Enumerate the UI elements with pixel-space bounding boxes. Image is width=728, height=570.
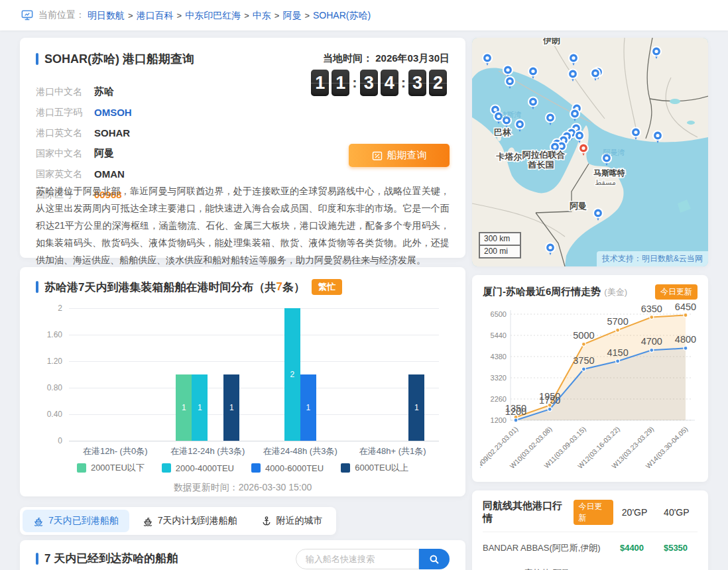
y-tick-label: 0.80 — [36, 383, 62, 392]
bar-value-label: 1 — [182, 403, 186, 412]
breadcrumb-link[interactable]: 港口百科 — [137, 10, 174, 21]
data-point[interactable] — [616, 359, 620, 363]
map-label: 马斯喀特 — [593, 168, 625, 178]
data-point[interactable] — [684, 314, 688, 317]
tab-planned-ships[interactable]: 7天内计划到港船舶 — [132, 510, 248, 532]
gridline — [69, 414, 439, 415]
gridline — [69, 388, 439, 388]
clock-digit: 3 — [360, 70, 378, 96]
busy-badge: 繁忙 — [312, 279, 342, 295]
field-value: SOHAR — [94, 127, 130, 139]
bar-value-label: 2 — [290, 370, 294, 379]
trend-title: 厦门-苏哈最近6周行情走势 — [483, 286, 601, 298]
x-category-label: 在港12h- (共0条) — [69, 445, 162, 457]
legend-label: 2000TEU以下 — [91, 462, 145, 474]
field-value[interactable]: OMSOH — [94, 107, 132, 118]
legend-label: 6000TEU以上 — [355, 462, 408, 474]
breadcrumb-link[interactable]: 阿曼 — [282, 10, 301, 21]
local-time: 当地时间： 2026年03月30日 — [323, 52, 450, 65]
data-point[interactable] — [581, 342, 585, 346]
bar-value-label: 1 — [229, 403, 234, 412]
legend-label: 2000-4000TEU — [176, 463, 234, 473]
rate-port-name: BANDAR ABBAS(阿巴斯,伊朗) — [483, 542, 610, 554]
tab-arrived-ships[interactable]: 7天内已到港船舶 — [23, 510, 129, 532]
ship-search-button[interactable] — [419, 549, 450, 569]
breadcrumb-separator: > — [244, 11, 249, 21]
rate-row[interactable]: BANDAR ABBAS(阿巴斯,伊朗)$4400$5350 — [483, 538, 698, 557]
tab-label: 7天内已到港船舶 — [48, 515, 119, 527]
ship-search-input[interactable] — [296, 549, 419, 569]
tab-label: 7天内计划到港船舶 — [158, 515, 237, 527]
clock-digit: 3 — [408, 70, 426, 96]
data-point[interactable] — [684, 346, 688, 350]
update-time: 数据更新时间：2026-03-30 15:00 — [36, 482, 450, 494]
bar-value-label: 1 — [198, 403, 202, 412]
clock-digit: 2 — [429, 70, 447, 96]
y-tick-label: 1200 — [491, 416, 507, 424]
legend-item[interactable]: 4000-6000TEU — [251, 462, 324, 474]
map-scale-mi: 200 mi — [479, 246, 521, 258]
breadcrumb-link[interactable]: 中东 — [253, 10, 271, 21]
data-point[interactable] — [650, 348, 654, 352]
bar-6000TEU以上[interactable]: 1 — [408, 374, 424, 441]
schedule-query-button[interactable]: 船期查询 — [349, 144, 450, 167]
field-value: 阿曼 — [94, 147, 114, 160]
field-label: 港口英文名 — [36, 127, 94, 139]
data-point[interactable] — [514, 418, 518, 422]
bar-4000-6000TEU[interactable]: 1 — [300, 374, 316, 441]
clock-digit: 4 — [381, 70, 398, 96]
legend-item[interactable]: 6000TEU以上 — [341, 462, 408, 474]
bar-6000TEU以上[interactable]: 1 — [223, 374, 239, 441]
map-scale: 300 km 200 mi — [479, 232, 521, 258]
rate-row[interactable]: SALALAH(塞拉莱,阿曼)$5300$7100 — [483, 563, 698, 570]
bar-2000TEU以下[interactable]: 1 — [176, 374, 192, 441]
breadcrumb-separator: > — [128, 11, 133, 21]
port-description: 苏哈港位于阿曼北部，靠近阿曼与阿联酋边界，处于连接欧亚的全球贸易路线中心，战略位… — [36, 182, 450, 268]
breadcrumb-link[interactable]: 明日数航 — [88, 10, 125, 21]
map-scale-km: 300 km — [479, 232, 521, 246]
legend-item[interactable]: 2000-4000TEU — [162, 462, 234, 474]
flip-clock: 11:34:32 — [310, 70, 448, 96]
tab-label: 附近的城市 — [276, 515, 323, 527]
legend-item[interactable]: 2000TEU以下 — [77, 462, 145, 474]
x-category-label: 在港12-24h (共3条) — [162, 445, 255, 457]
y-tick-label: 0 — [36, 436, 62, 445]
rates-title: 同航线其他港口行情 — [483, 500, 568, 525]
breadcrumb-separator: > — [274, 11, 280, 21]
rate-20gp: $4400 — [610, 543, 654, 553]
breadcrumb-label: 当前位置： — [38, 9, 85, 21]
updated-today-badge: 今日更新 — [574, 500, 613, 525]
tab-nearby-cities[interactable]: 附近的城市 — [251, 510, 334, 532]
search-icon — [429, 554, 440, 565]
rates-col-20gp: 20'GP — [613, 507, 655, 518]
port-map[interactable]: 伊朗波斯湾阿曼湾巴林卡塔尔阿拉伯联合酋长国马斯喀特مسقط阿曼 300 km 2… — [472, 38, 708, 266]
data-label: 4150 — [607, 347, 628, 358]
line-chart: 120022603320438054406500W09(02.23-03.01)… — [480, 300, 700, 473]
map-label: 阿曼 — [570, 201, 587, 211]
bar-2000-4000TEU[interactable]: 2 — [284, 308, 300, 441]
map-label: 酋长国 — [528, 160, 554, 170]
anchor-icon — [261, 516, 272, 526]
breadcrumb-link[interactable]: 中东印巴红海 — [185, 10, 241, 21]
bar-chart: 00.400.801.201.602在港12h- (共0条)111在港12-24… — [36, 300, 450, 459]
data-point[interactable] — [548, 407, 552, 411]
y-tick-label: 2 — [36, 304, 62, 313]
data-point[interactable] — [650, 315, 654, 319]
rates-col-40gp: 40'GP — [656, 507, 698, 518]
data-point[interactable] — [616, 328, 620, 332]
map-attribution: 技术支持：明日数航&云当网 — [597, 251, 708, 266]
data-point[interactable] — [581, 367, 585, 371]
y-tick-label: 3320 — [491, 374, 507, 382]
breadcrumb-link[interactable]: SOHAR(苏哈) — [313, 10, 371, 21]
data-label: 4800 — [675, 334, 696, 345]
gridline — [69, 335, 439, 335]
clock-colon: : — [352, 74, 357, 91]
bar-2000-4000TEU[interactable]: 1 — [192, 374, 208, 441]
bar-value-label: 1 — [306, 403, 310, 412]
map-label: 阿曼湾 — [603, 148, 625, 156]
data-label: 1200 — [505, 406, 526, 417]
y-tick-label: 6500 — [491, 310, 507, 318]
data-label: 4700 — [641, 336, 662, 347]
trend-currency: (美金) — [604, 286, 627, 298]
field-value: 苏哈 — [94, 86, 114, 98]
